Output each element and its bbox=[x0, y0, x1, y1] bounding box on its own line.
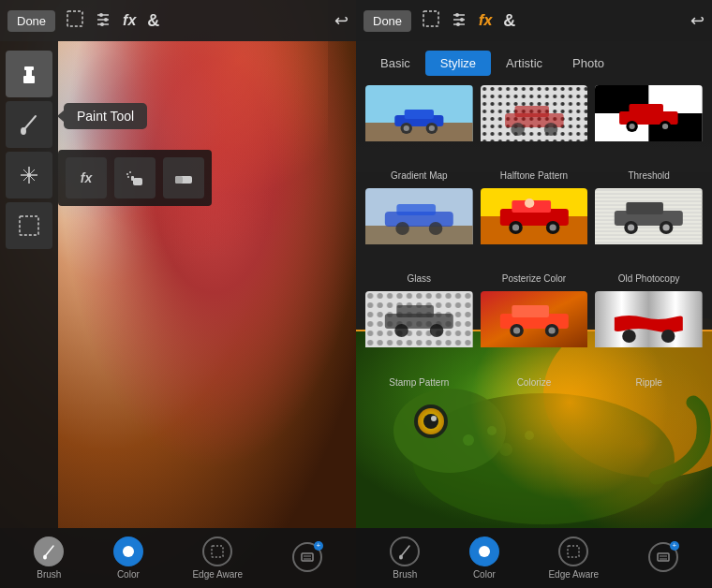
filter-ripple[interactable]: Ripple bbox=[595, 291, 703, 387]
right-fx-icon[interactable]: fx bbox=[479, 12, 492, 29]
brush-tool-btn[interactable] bbox=[6, 101, 52, 148]
right-layers-bottom-tool[interactable]: + bbox=[648, 542, 678, 575]
svg-point-22 bbox=[127, 176, 129, 178]
svg-point-11 bbox=[21, 127, 26, 135]
svg-point-118 bbox=[479, 546, 490, 557]
svg-rect-18 bbox=[133, 178, 142, 185]
color-bottom-tool[interactable]: Color bbox=[113, 537, 143, 580]
filter-stamp-pattern[interactable]: Stamp Pattern bbox=[365, 291, 473, 387]
right-edge-aware-label: Edge Aware bbox=[548, 569, 599, 580]
svg-point-104 bbox=[394, 324, 408, 337]
right-ampersand-icon[interactable]: & bbox=[503, 11, 515, 31]
filter-old-photocopy[interactable]: Old Photocopy bbox=[595, 188, 703, 284]
eraser-secondary-btn[interactable] bbox=[163, 157, 204, 198]
svg-point-50 bbox=[456, 22, 460, 26]
tab-photo[interactable]: Photo bbox=[557, 51, 619, 76]
left-done-button[interactable]: Done bbox=[7, 10, 55, 32]
filter-posterize-color[interactable]: Posterize Color bbox=[481, 188, 588, 284]
right-color-icon bbox=[469, 537, 499, 566]
fx-icon[interactable]: fx bbox=[123, 12, 136, 29]
svg-point-42 bbox=[499, 443, 512, 456]
right-marquee-icon[interactable] bbox=[423, 10, 439, 31]
tab-stylize[interactable]: Stylize bbox=[425, 51, 491, 76]
filter-glass[interactable]: Glass bbox=[365, 188, 473, 284]
svg-rect-78 bbox=[396, 204, 436, 215]
svg-point-73 bbox=[630, 124, 635, 129]
filter-panel: Basic Stylize Artistic Photo bbox=[356, 41, 712, 331]
ampersand-icon[interactable]: & bbox=[147, 11, 159, 31]
glass-thumb bbox=[365, 188, 473, 271]
filter-colorize[interactable]: Colorize bbox=[481, 291, 588, 387]
svg-rect-94 bbox=[627, 202, 664, 214]
filter-gradient-map[interactable]: Gradient Map bbox=[365, 85, 473, 181]
filter-tabs: Basic Stylize Artistic Photo bbox=[365, 51, 703, 76]
filter-halftone-pattern[interactable]: Halftone Pattern bbox=[481, 85, 588, 181]
undo-icon[interactable]: ↩ bbox=[334, 10, 349, 31]
glass-label: Glass bbox=[408, 273, 432, 284]
svg-point-111 bbox=[513, 328, 520, 334]
layers-bottom-tool[interactable]: + bbox=[292, 542, 322, 575]
tab-artistic[interactable]: Artistic bbox=[491, 51, 557, 76]
svg-point-87 bbox=[512, 225, 519, 231]
svg-rect-120 bbox=[658, 553, 669, 561]
tab-basic[interactable]: Basic bbox=[365, 51, 425, 76]
svg-point-41 bbox=[487, 426, 497, 435]
halftone-pattern-label: Halftone Pattern bbox=[500, 170, 568, 181]
svg-point-98 bbox=[663, 225, 670, 231]
right-edge-aware-bottom-tool[interactable]: Edge Aware bbox=[548, 537, 599, 580]
svg-point-6 bbox=[100, 22, 104, 26]
filter-grid: Gradient Map bbox=[365, 85, 703, 388]
ripple-label: Ripple bbox=[635, 377, 661, 388]
left-topbar: Done fx & ↩ bbox=[0, 0, 356, 41]
fx-secondary-btn[interactable]: fx bbox=[66, 157, 107, 198]
threshold-thumb bbox=[595, 85, 703, 168]
svg-point-43 bbox=[525, 431, 534, 440]
marquee-icon[interactable] bbox=[67, 10, 83, 31]
svg-point-58 bbox=[429, 125, 435, 131]
svg-rect-54 bbox=[405, 110, 434, 119]
edge-aware-bottom-tool[interactable]: Edge Aware bbox=[192, 537, 243, 580]
svg-point-79 bbox=[395, 222, 409, 235]
svg-point-38 bbox=[423, 414, 438, 429]
right-edge-aware-icon bbox=[558, 537, 588, 566]
svg-point-88 bbox=[549, 225, 556, 231]
select-tool-btn[interactable] bbox=[6, 202, 52, 249]
adjust-icon[interactable] bbox=[95, 10, 111, 31]
right-adjust-icon[interactable] bbox=[451, 10, 467, 31]
spray-secondary-btn[interactable] bbox=[114, 157, 156, 198]
svg-point-21 bbox=[129, 171, 131, 173]
svg-point-27 bbox=[123, 546, 134, 557]
svg-rect-17 bbox=[20, 216, 38, 235]
svg-rect-63 bbox=[514, 106, 548, 117]
right-brush-bottom-tool[interactable]: Brush bbox=[390, 537, 420, 580]
svg-point-26 bbox=[43, 555, 47, 560]
right-done-button[interactable]: Done bbox=[363, 10, 411, 32]
filter-threshold[interactable]: Threshold bbox=[595, 85, 703, 181]
brush-bottom-tool[interactable]: Brush bbox=[34, 537, 64, 580]
svg-point-39 bbox=[431, 416, 437, 421]
svg-point-115 bbox=[661, 330, 675, 343]
old-photocopy-label: Old Photocopy bbox=[618, 273, 680, 284]
edge-aware-bottom-label: Edge Aware bbox=[192, 569, 243, 580]
edge-aware-bottom-icon bbox=[202, 537, 232, 566]
svg-point-117 bbox=[399, 555, 403, 560]
svg-point-105 bbox=[430, 324, 444, 337]
sparkle-tool-btn[interactable] bbox=[6, 152, 52, 198]
svg-point-20 bbox=[126, 173, 128, 175]
brush-bottom-label: Brush bbox=[37, 569, 61, 580]
right-undo-icon[interactable]: ↩ bbox=[690, 10, 705, 31]
right-color-bottom-tool[interactable]: Color bbox=[469, 537, 499, 580]
svg-rect-108 bbox=[512, 305, 549, 317]
svg-point-89 bbox=[525, 198, 534, 208]
posterize-color-thumb bbox=[481, 188, 588, 271]
svg-point-74 bbox=[662, 124, 668, 129]
stamp-pattern-label: Stamp Pattern bbox=[389, 377, 449, 388]
svg-rect-9 bbox=[24, 66, 34, 70]
svg-rect-29 bbox=[302, 553, 313, 561]
paint-tool-tooltip: Paint Tool bbox=[64, 103, 147, 129]
stamp-tool-btn[interactable] bbox=[6, 51, 52, 97]
svg-rect-44 bbox=[423, 11, 438, 26]
halftone-pattern-thumb bbox=[481, 85, 588, 168]
svg-point-57 bbox=[404, 125, 409, 131]
svg-rect-103 bbox=[396, 305, 434, 317]
